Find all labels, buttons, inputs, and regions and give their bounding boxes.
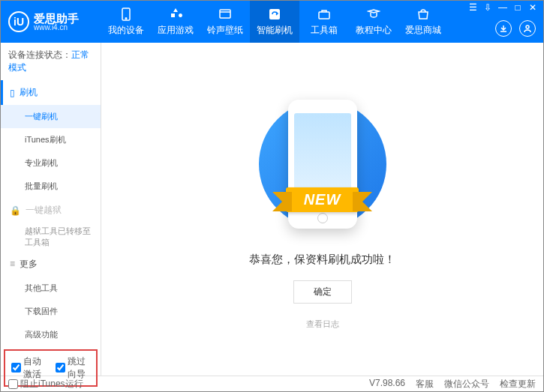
tab-apps[interactable]: 应用游戏 bbox=[151, 1, 200, 43]
svg-point-5 bbox=[526, 25, 529, 28]
maximize-icon[interactable]: □ bbox=[512, 2, 524, 13]
footer: 阻止iTunes运行 V7.98.66 客服 微信公众号 检查更新 bbox=[1, 376, 543, 392]
sidebar-item-oneclick-flash[interactable]: 一键刷机 bbox=[1, 105, 101, 128]
phone-small-icon: ▯ bbox=[10, 88, 15, 98]
view-log-link[interactable]: 查看日志 bbox=[306, 319, 339, 330]
logo-icon: iU bbox=[8, 11, 29, 32]
wallpaper-icon bbox=[218, 7, 233, 22]
app-header: iU 爱思助手 www.i4.cn 我的设备 应用游戏 铃声壁纸 智能刷机 工具… bbox=[1, 1, 543, 43]
lock-small-icon: 🔒 bbox=[10, 205, 21, 216]
brand-subtitle: www.i4.cn bbox=[34, 24, 79, 31]
minimize-icon[interactable]: — bbox=[497, 2, 509, 13]
sidebar-section-more[interactable]: ≡ 更多 bbox=[1, 252, 101, 277]
tab-toolbox[interactable]: 工具箱 bbox=[299, 1, 349, 43]
lock-icon[interactable]: ⇩ bbox=[482, 2, 494, 13]
success-illustration: NEW bbox=[263, 89, 383, 239]
version-label: V7.98.66 bbox=[369, 378, 405, 391]
svg-rect-3 bbox=[269, 9, 280, 19]
tutorial-icon bbox=[366, 7, 381, 22]
wechat-link[interactable]: 微信公众号 bbox=[444, 378, 489, 391]
tab-ringtones[interactable]: 铃声壁纸 bbox=[200, 1, 250, 43]
sidebar-item-advanced[interactable]: 高级功能 bbox=[1, 323, 101, 346]
window-controls: ☰ ⇩ — □ ✕ bbox=[467, 2, 539, 13]
checkbox-auto-activate[interactable]: 自动激活 bbox=[11, 355, 47, 381]
svg-rect-2 bbox=[220, 10, 230, 18]
svg-rect-4 bbox=[319, 12, 329, 19]
sidebar-item-pro-flash[interactable]: 专业刷机 bbox=[1, 151, 101, 175]
more-icon: ≡ bbox=[10, 259, 15, 269]
sidebar-item-download-fw[interactable]: 下载固件 bbox=[1, 300, 101, 323]
support-link[interactable]: 客服 bbox=[416, 378, 434, 391]
sidebar-item-other-tools[interactable]: 其他工具 bbox=[1, 277, 101, 300]
toolbox-icon bbox=[317, 7, 332, 22]
sidebar-section-jailbreak[interactable]: 🔒 一键越狱 bbox=[1, 198, 101, 223]
flash-icon bbox=[267, 7, 282, 22]
checkbox-block-itunes[interactable]: 阻止iTunes运行 bbox=[8, 378, 83, 391]
sidebar-item-batch-flash[interactable]: 批量刷机 bbox=[1, 175, 101, 198]
checkbox-skip-guide[interactable]: 跳过向导 bbox=[56, 355, 91, 381]
phone-icon bbox=[119, 7, 134, 22]
store-icon bbox=[416, 7, 431, 22]
brand-title: 爱思助手 bbox=[34, 13, 79, 24]
main-content: NEW 恭喜您，保资料刷机成功啦！ 确定 查看日志 bbox=[101, 43, 543, 376]
success-message: 恭喜您，保资料刷机成功啦！ bbox=[249, 253, 395, 267]
connection-status: 设备连接状态：正常模式 bbox=[1, 43, 101, 80]
download-button[interactable] bbox=[495, 20, 512, 37]
jailbreak-note: 越狱工具已转移至 工具箱 bbox=[1, 223, 101, 252]
sidebar: 设备连接状态：正常模式 ▯ 刷机 一键刷机 iTunes刷机 专业刷机 批量刷机… bbox=[1, 43, 101, 376]
sidebar-item-itunes-flash[interactable]: iTunes刷机 bbox=[1, 128, 101, 151]
menu-icon[interactable]: ☰ bbox=[467, 2, 479, 13]
sidebar-section-flash[interactable]: ▯ 刷机 bbox=[1, 80, 101, 105]
tab-my-device[interactable]: 我的设备 bbox=[101, 1, 151, 43]
brand: iU 爱思助手 www.i4.cn bbox=[1, 11, 101, 32]
user-button[interactable] bbox=[519, 20, 536, 37]
header-actions bbox=[495, 20, 536, 37]
tab-store[interactable]: 爱思商城 bbox=[398, 1, 448, 43]
tab-tutorials[interactable]: 教程中心 bbox=[349, 1, 398, 43]
close-icon[interactable]: ✕ bbox=[527, 2, 539, 13]
main-tabs: 我的设备 应用游戏 铃声壁纸 智能刷机 工具箱 教程中心 爱思商城 bbox=[101, 1, 448, 43]
check-update-link[interactable]: 检查更新 bbox=[500, 378, 536, 391]
new-ribbon: NEW bbox=[286, 187, 359, 212]
tab-flash[interactable]: 智能刷机 bbox=[250, 1, 299, 43]
apps-icon bbox=[168, 7, 183, 22]
svg-point-1 bbox=[125, 18, 127, 19]
ok-button[interactable]: 确定 bbox=[293, 280, 352, 304]
